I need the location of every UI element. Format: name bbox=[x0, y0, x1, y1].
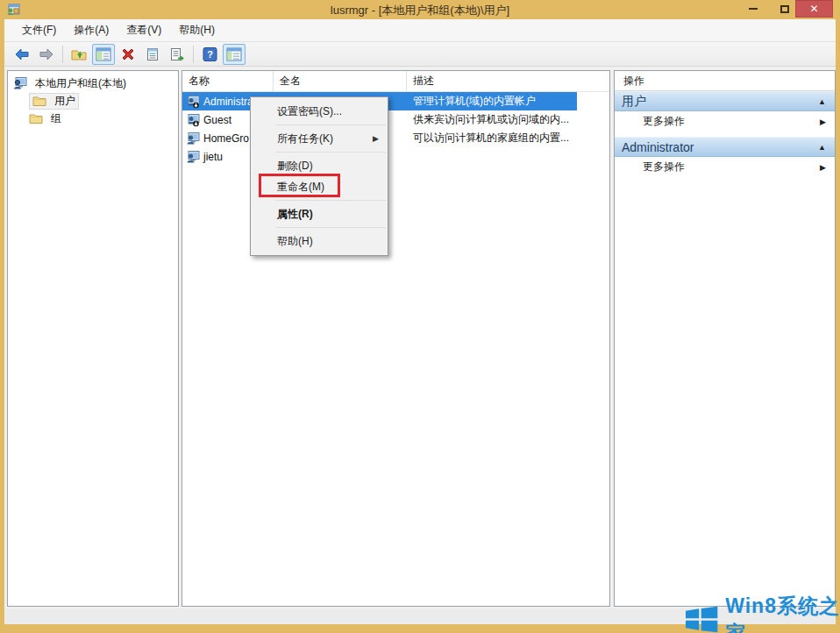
svg-text:?: ? bbox=[207, 49, 213, 60]
menu-item-help[interactable]: 帮助(H) bbox=[251, 231, 388, 252]
minimize-icon bbox=[749, 8, 758, 10]
toolbar-separator bbox=[62, 46, 63, 63]
actions-title: 操作 bbox=[615, 71, 835, 91]
menu-item-set-password[interactable]: 设置密码(S)... bbox=[251, 101, 388, 122]
delete-button[interactable] bbox=[117, 44, 139, 65]
toolbar-separator bbox=[193, 46, 194, 63]
tree-users-label: 用户 bbox=[54, 94, 75, 109]
menu-view[interactable]: 查看(V) bbox=[117, 20, 170, 40]
menu-separator bbox=[275, 152, 386, 153]
collapse-icon[interactable]: ▲ bbox=[818, 143, 826, 152]
window-title: lusrmgr - [本地用户和组(本地)\用户] bbox=[0, 3, 840, 18]
user-disabled-icon bbox=[186, 113, 200, 127]
forward-button[interactable] bbox=[35, 44, 58, 65]
menu-separator bbox=[275, 227, 386, 228]
minimize-button[interactable] bbox=[740, 0, 766, 18]
watermark-text: Win8系统之家 bbox=[725, 593, 840, 633]
main-area: 本地用户和组(本地) 用户 组 名称 全名 描述 Administrator 管… bbox=[4, 67, 836, 608]
actions-section-users[interactable]: 用户 ▲ bbox=[615, 91, 835, 111]
console-tree-icon bbox=[96, 47, 111, 61]
properties-button[interactable] bbox=[141, 44, 164, 65]
close-button[interactable]: ✕ bbox=[795, 0, 833, 18]
menu-separator bbox=[275, 124, 386, 125]
tree-item-users[interactable]: 用户 bbox=[8, 92, 178, 110]
folder-icon bbox=[32, 94, 46, 108]
watermark: Win8系统之家 bbox=[686, 593, 840, 633]
user-name: Guest bbox=[203, 114, 231, 126]
column-header-description[interactable]: 描述 bbox=[407, 71, 609, 91]
menu-item-delete[interactable]: 删除(D) bbox=[251, 155, 388, 176]
more-actions-users[interactable]: 更多操作 ▶ bbox=[615, 111, 835, 132]
submenu-arrow-icon: ▶ bbox=[373, 134, 379, 143]
user-name: jietu bbox=[203, 151, 223, 163]
back-icon bbox=[14, 47, 30, 61]
menu-item-rename[interactable]: 重命名(M) bbox=[251, 176, 388, 197]
windows-logo-icon bbox=[686, 604, 718, 633]
actions-section-administrator[interactable]: Administrator ▲ bbox=[615, 137, 835, 157]
menu-item-label: 所有任务(K) bbox=[277, 132, 333, 146]
maximize-button[interactable] bbox=[772, 0, 798, 18]
local-users-groups-icon bbox=[13, 76, 27, 90]
toolbar: ? bbox=[4, 42, 836, 67]
submenu-arrow-icon: ▶ bbox=[820, 117, 826, 126]
more-actions-label: 更多操作 bbox=[643, 114, 685, 129]
menu-bar: 文件(F) 操作(A) 查看(V) 帮助(H) bbox=[4, 19, 836, 42]
show-action-pane-button[interactable] bbox=[223, 44, 246, 65]
back-button[interactable] bbox=[11, 44, 33, 65]
user-row-guest[interactable]: Guest 供来宾访问计算机或访问域的内... bbox=[182, 110, 609, 129]
user-row-jietu[interactable]: jietu bbox=[182, 147, 609, 166]
folder-icon bbox=[29, 111, 43, 125]
user-description: 可以访问计算机的家庭组的内置... bbox=[407, 131, 609, 146]
help-icon: ? bbox=[203, 47, 217, 61]
show-console-tree-button[interactable] bbox=[92, 44, 115, 65]
lusrmgr-window: { "window": { "title": "lusrmgr - [本地用户和… bbox=[0, 0, 840, 633]
up-folder-icon bbox=[71, 47, 87, 61]
menu-action[interactable]: 操作(A) bbox=[65, 20, 117, 40]
user-name: HomeGro bbox=[203, 132, 249, 145]
delete-icon bbox=[121, 47, 135, 61]
user-description: 供来宾访问计算机或访问域的内... bbox=[407, 112, 609, 127]
user-disabled-icon bbox=[186, 95, 200, 109]
column-header-fullname[interactable]: 全名 bbox=[274, 71, 407, 91]
user-icon bbox=[186, 150, 200, 164]
help-button[interactable]: ? bbox=[198, 44, 221, 65]
more-actions-administrator[interactable]: 更多操作 ▶ bbox=[615, 157, 835, 177]
menu-separator bbox=[275, 200, 386, 201]
properties-icon bbox=[146, 47, 160, 61]
menu-item-all-tasks[interactable]: 所有任务(K) ▶ bbox=[251, 128, 388, 149]
context-menu: 设置密码(S)... 所有任务(K) ▶ 删除(D) 重命名(M) 属性(R) … bbox=[250, 96, 388, 256]
export-list-icon bbox=[169, 47, 185, 61]
user-description: 管理计算机(域)的内置帐户 bbox=[407, 94, 609, 109]
tree-groups-label: 组 bbox=[51, 111, 61, 126]
submenu-arrow-icon: ▶ bbox=[820, 163, 826, 172]
up-one-level-button[interactable] bbox=[68, 44, 90, 65]
export-list-button[interactable] bbox=[166, 44, 189, 65]
tree-root[interactable]: 本地用户和组(本地) bbox=[8, 75, 178, 92]
console-tree-panel: 本地用户和组(本地) 用户 组 bbox=[7, 70, 179, 607]
menu-help[interactable]: 帮助(H) bbox=[170, 20, 224, 40]
list-header: 名称 全名 描述 bbox=[182, 71, 609, 92]
titlebar: lusrmgr - [本地用户和组(本地)\用户] ✕ bbox=[0, 0, 840, 19]
user-list-panel: 名称 全名 描述 Administrator 管理计算机(域)的内置帐户 Gue… bbox=[182, 70, 610, 607]
user-icon bbox=[186, 132, 200, 146]
column-header-name[interactable]: 名称 bbox=[182, 71, 274, 91]
forward-icon bbox=[39, 47, 54, 61]
menu-item-properties[interactable]: 属性(R) bbox=[251, 203, 388, 224]
menu-file[interactable]: 文件(F) bbox=[13, 20, 65, 40]
actions-section-administrator-title: Administrator bbox=[622, 140, 694, 154]
collapse-icon[interactable]: ▲ bbox=[818, 97, 826, 106]
close-icon: ✕ bbox=[809, 3, 818, 15]
action-pane-icon bbox=[226, 47, 242, 61]
more-actions-label: 更多操作 bbox=[643, 160, 685, 174]
tree-item-groups[interactable]: 组 bbox=[8, 110, 178, 127]
user-row-administrator[interactable]: Administrator 管理计算机(域)的内置帐户 bbox=[182, 92, 609, 110]
user-row-homegroupuser[interactable]: HomeGro 可以访问计算机的家庭组的内置... bbox=[182, 129, 609, 147]
maximize-icon bbox=[780, 5, 789, 13]
tree-root-label: 本地用户和组(本地) bbox=[35, 76, 126, 91]
actions-section-users-title: 用户 bbox=[622, 94, 646, 110]
actions-panel: 操作 用户 ▲ 更多操作 ▶ Administrator ▲ 更多操作 ▶ bbox=[614, 70, 836, 607]
